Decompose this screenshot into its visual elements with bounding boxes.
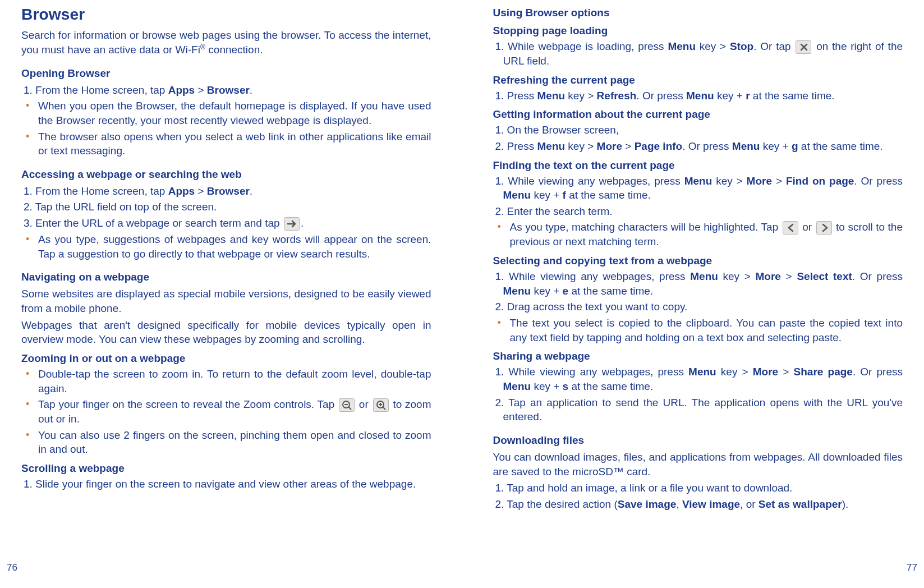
bold: Apps [168, 185, 195, 197]
bold: Menu [503, 189, 531, 201]
bold: g [792, 140, 798, 152]
txt: . Or press [636, 90, 686, 102]
txt: > [622, 140, 635, 152]
zoom-in-icon [373, 398, 389, 412]
step-sel-1: 1. While viewing any webpages, press Men… [495, 269, 903, 298]
page-number-left: 76 [7, 562, 17, 573]
txt: > [195, 185, 207, 197]
txt: key + [714, 90, 746, 102]
step-access-1: 1. From the Home screen, tap Apps > Brow… [24, 184, 431, 199]
bold: r [746, 90, 750, 102]
bold: Save image [618, 498, 677, 510]
nav-p1: Some websites are displayed as special m… [21, 287, 431, 315]
bold: View image [682, 498, 740, 510]
txt: > [778, 366, 793, 378]
txt: . Or tap [753, 40, 794, 52]
bold: Menu [503, 285, 531, 297]
bold: Menu [668, 40, 696, 52]
bold: Menu [690, 270, 718, 282]
bold: Set as wallpaper [758, 498, 842, 510]
bold: Menu [688, 366, 716, 378]
page-right: Using Browser options Stopping page load… [462, 6, 925, 577]
step-refresh-1: 1. Press Menu key > Refresh. Or press Me… [495, 89, 903, 103]
nav-p2: Webpages that aren't designed specifical… [21, 318, 431, 347]
step-find-2: 2. Enter the search term. [495, 204, 903, 219]
bold: Browser [207, 185, 250, 197]
bullet-find-1: As you type, matching characters will be… [495, 220, 903, 249]
txt: 1. While viewing any webpages, press [495, 270, 691, 282]
txt: or [356, 398, 372, 410]
txt: at the same time. [566, 189, 651, 201]
bold: Menu [686, 90, 714, 102]
step-dl-2: 2. Tap the desired action (Save image, V… [495, 497, 903, 512]
txt: key > [716, 366, 753, 378]
txt: 1. From the Home screen, tap [24, 84, 168, 96]
bullet-sel-1: The text you select is copied to the cli… [495, 316, 903, 344]
txt: . [301, 217, 304, 229]
txt: at the same time. [750, 90, 835, 102]
step-info-1: 1. On the Browser screen, [495, 123, 903, 137]
bold: e [563, 285, 569, 297]
bold: Stop [730, 40, 753, 52]
page-spread: Browser Search for information or browse… [0, 6, 924, 577]
step-open-1: 1. From the Home screen, tap Apps > Brow… [24, 83, 431, 98]
heading-accessing: Accessing a webpage or searching the web [21, 168, 431, 181]
txt: 2. Tap the desired action ( [495, 498, 618, 510]
bold: Menu [684, 175, 712, 187]
step-sel-2: 2. Drag across the text you want to copy… [495, 300, 903, 314]
txt: > [781, 270, 797, 282]
bold: Page info [635, 140, 683, 152]
subhead-pageinfo: Getting information about the current pa… [493, 108, 903, 121]
txt: 1. While viewing any webpages, press [495, 175, 684, 187]
svg-line-4 [383, 407, 385, 410]
bold: Refresh [597, 90, 637, 102]
heading-navigating: Navigating on a webpage [21, 271, 431, 283]
svg-line-1 [348, 407, 351, 410]
arrow-left-icon [783, 221, 798, 235]
subhead-find: Finding the text on the current page [493, 159, 903, 172]
go-arrow-icon [284, 217, 300, 231]
reg-mark: ® [200, 43, 205, 51]
bold: Apps [168, 84, 195, 96]
bullet-open-2: The browser also opens when you select a… [24, 130, 431, 158]
txt: 1. From the Home screen, tap [24, 185, 168, 197]
bold: More [756, 270, 781, 282]
subhead-stop: Stopping page loading [493, 25, 903, 37]
bold: More [747, 175, 772, 187]
bullet-zoom-1: Double-tap the screen to zoom in. To ret… [24, 367, 431, 396]
step-dl-1: 1. Tap and hold an image, a link or a fi… [495, 481, 903, 495]
heading-opening-browser: Opening Browser [21, 67, 431, 80]
step-stop-1: 1. While webpage is loading, press Menu … [495, 39, 903, 68]
txt: key + [760, 140, 792, 152]
bold: More [753, 366, 778, 378]
page-right-content: Using Browser options Stopping page load… [493, 6, 903, 577]
txt: 1. While webpage is loading, press [495, 40, 668, 52]
bold: Menu [732, 140, 760, 152]
bold: s [563, 380, 569, 392]
subhead-share: Sharing a webpage [493, 350, 903, 362]
zoom-out-icon [339, 398, 355, 412]
bold: Browser [207, 84, 250, 96]
txt: ). [842, 498, 849, 510]
bold: Find on page [786, 175, 854, 187]
arrow-right-icon [816, 221, 832, 235]
step-share-1: 1. While viewing any webpages, press Men… [495, 365, 903, 393]
txt: . Or press [852, 270, 903, 282]
txt: Tap your finger on the screen to reveal … [38, 398, 338, 410]
bold: Menu [537, 90, 565, 102]
txt: 1. Press [495, 90, 537, 102]
bold: Share page [794, 366, 853, 378]
txt: key > [565, 90, 597, 102]
step-find-1: 1. While viewing any webpages, press Men… [495, 174, 903, 203]
subhead-scroll: Scrolling a webpage [21, 462, 431, 475]
title-browser: Browser [21, 6, 431, 24]
txt: > [772, 175, 786, 187]
page-left: Browser Search for information or browse… [0, 6, 462, 577]
intro-seg: connection. [205, 44, 263, 56]
bold: Select text [797, 270, 852, 282]
subhead-zoom: Zooming in or out on a webpage [21, 352, 431, 365]
bold: Menu [503, 380, 531, 392]
txt: , [676, 498, 682, 510]
txt: key + [531, 380, 563, 392]
step-access-2: 2. Tap the URL field on top of the scree… [24, 200, 431, 214]
